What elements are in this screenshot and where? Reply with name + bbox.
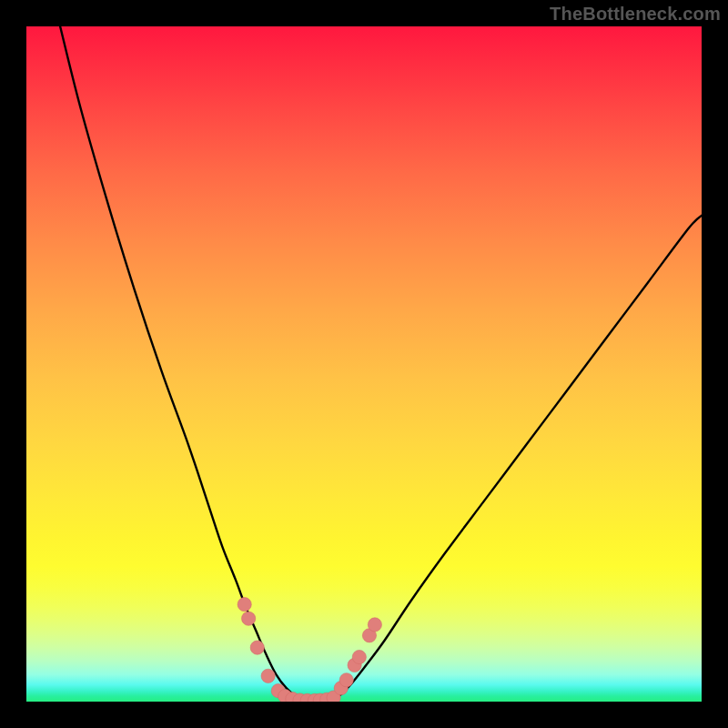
data-marker [339,673,353,687]
watermark-text: TheBottleneck.com [550,4,721,25]
data-marker [250,641,264,654]
data-marker [261,669,275,682]
data-marker [368,618,381,632]
left-curve [60,26,303,701]
data-marker [352,650,366,663]
data-marker [238,598,251,612]
right-curve [330,216,702,701]
curves-svg [26,26,702,702]
data-marker [242,612,256,625]
chart-frame: TheBottleneck.com [0,0,728,728]
plot-area [26,26,702,702]
